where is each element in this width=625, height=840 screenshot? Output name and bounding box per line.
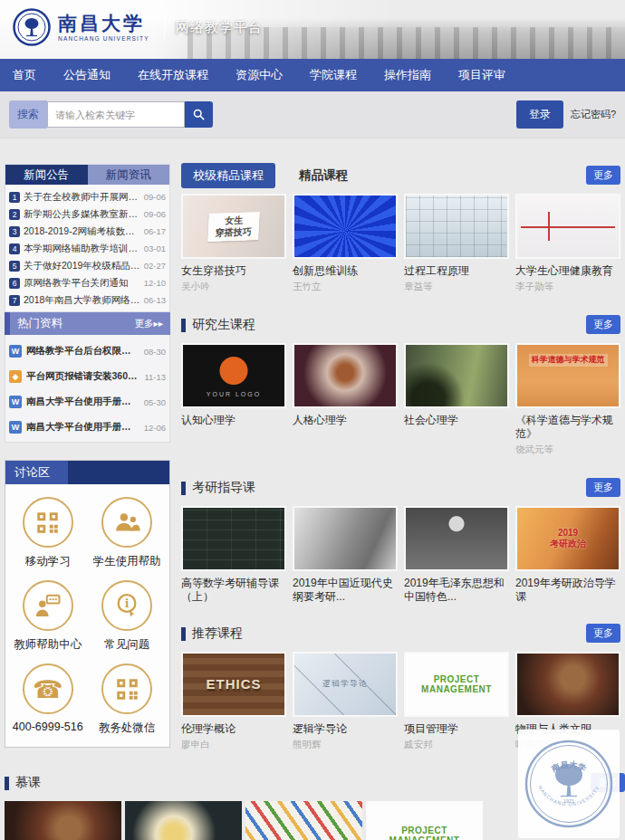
course-title[interactable]: 高等数学考研辅导课（上） <box>181 577 286 604</box>
news-item[interactable]: 7 2018年南昌大学教师网络辅助.. 06-13 <box>9 291 166 309</box>
discussion-item[interactable]: ☎ 400-6999-516 <box>9 663 87 736</box>
forgot-password-link[interactable]: 忘记密码? <box>571 108 616 121</box>
course-card[interactable]: 2019 考研政治 2019年考研政治导学课 <box>515 506 620 611</box>
discussion-item[interactable]: 教务处微信 <box>89 663 167 736</box>
logo-row: 南昌大学 NANCHANG UNIVERSITY 网络教学平台 <box>13 8 263 46</box>
course-thumbnail <box>404 343 509 408</box>
course-title[interactable]: 创新思维训练 <box>293 264 398 278</box>
nav-item[interactable]: 操作指南 <box>384 67 431 83</box>
login-button[interactable]: 登录 <box>516 100 563 129</box>
tab-news-announcements[interactable]: 新闻公告 <box>5 165 88 185</box>
news-index-badge: 2 <box>9 209 20 220</box>
hot-material-item[interactable]: W 南昌大学平台使用手册（学生） 12-06 <box>9 415 166 440</box>
nav-item[interactable]: 首页 <box>13 67 36 83</box>
course-card[interactable]: 女生 穿搭技巧 女生穿搭技巧 吴小吟 <box>181 194 286 293</box>
nav-item[interactable]: 项目评审 <box>458 67 505 83</box>
course-instructor <box>404 430 509 434</box>
hot-material-title: 南昌大学平台使用手册（教师） <box>26 396 139 408</box>
course-card[interactable]: 高等数学考研辅导课（上） <box>181 506 286 611</box>
news-item[interactable]: 1 关于在全校教师中开展网络辅助.. 09-06 <box>9 188 166 205</box>
course-card[interactable]: PROJECT MANAGEMENT 项目管理学 戚安邦 <box>404 652 509 751</box>
thumbnail-text: 科学道德与学术规范 <box>529 354 608 366</box>
news-item[interactable]: 2 新学期公共多媒体教室新设备使.. 09-06 <box>9 205 166 223</box>
course-title[interactable]: 认知心理学 <box>181 414 286 427</box>
course-card[interactable]: PROJECT MANAGEMENT 项目管理学 戚安邦 <box>366 801 483 840</box>
nav-item[interactable]: 在线开放课程 <box>138 67 208 83</box>
course-title[interactable]: 2019年中国近现代史纲要考研... <box>293 577 398 604</box>
hot-material-item[interactable]: ◆ 平台网页报错请安装360极速浏.. 11-13 <box>9 364 166 389</box>
course-card[interactable]: ETHICS 伦理学概论 廖申白 <box>181 652 286 751</box>
phone-icon: ☎ <box>23 663 73 714</box>
graduate-more-button[interactable]: 更多 <box>586 315 620 334</box>
course-thumbnail: 逻辑学导论 <box>293 652 398 717</box>
course-title[interactable]: 大学生心理健康教育 <box>515 264 620 278</box>
tab-news-info[interactable]: 新闻资讯 <box>88 165 170 185</box>
course-title[interactable]: 人格心理学 <box>293 414 398 427</box>
mooc-title: 慕课 <box>15 775 41 791</box>
discussion-item[interactable]: 移动学习 <box>9 497 87 569</box>
course-card[interactable]: 大学生心理健康教育 李子勋等 <box>515 194 620 293</box>
course-card[interactable]: 逻辑学导论 逻辑学导论 熊明辉 <box>293 652 398 751</box>
discussion-label: 教师帮助中心 <box>14 637 82 653</box>
course-title[interactable]: 《科学道德与学术规范》 <box>515 414 620 441</box>
news-item[interactable]: 6 原网络教学平台关闭通知 12-10 <box>9 274 166 291</box>
course-title[interactable]: 伦理学概论 <box>181 722 286 736</box>
nav-item[interactable]: 公告通知 <box>63 67 111 83</box>
hot-material-item[interactable]: W 南昌大学平台使用手册（教师） 05-30 <box>9 389 166 415</box>
course-card[interactable]: 2019年中国近现代史纲要考研... <box>293 506 398 611</box>
course-card[interactable]: 科学道德与学术规范 《科学道德与学术规范》 饶武元等 <box>515 343 620 456</box>
discussion-item[interactable]: 学生使用帮助 <box>89 497 167 569</box>
course-title[interactable]: 2019年毛泽东思想和中国特色... <box>404 577 509 604</box>
search-label: 搜索 <box>9 100 47 129</box>
login-group: 登录 忘记密码? <box>516 100 616 129</box>
course-title[interactable]: 2019年考研政治导学课 <box>515 577 620 604</box>
course-thumbnail: 女生 穿搭技巧 <box>181 194 286 259</box>
search-input[interactable] <box>47 101 185 128</box>
featured-more-button[interactable]: 更多 <box>586 166 620 185</box>
people-icon <box>101 497 152 548</box>
course-thumbnail <box>404 194 509 259</box>
news-item[interactable]: 3 2018-2019-2网辅考核数据截止.. 06-17 <box>9 223 166 240</box>
course-instructor: 章益等 <box>404 281 509 293</box>
graduate-header: 研究生课程 <box>181 313 620 337</box>
hot-material-item[interactable]: W 网络教学平台后台权限开通申请.. 08-30 <box>9 339 166 364</box>
news-list: 1 关于在全校教师中开展网络辅助.. 09-06 2 新学期公共多媒体教室新设备… <box>5 185 169 311</box>
news-title: 原网络教学平台关闭通知 <box>24 277 140 290</box>
tab-quality-courses[interactable]: 精品课程 <box>299 167 348 184</box>
recommend-more-button[interactable]: 更多 <box>586 624 620 643</box>
nav-item[interactable]: 资源中心 <box>236 67 283 83</box>
course-card[interactable]: YOUR LOGO 认知心理学 <box>181 343 286 456</box>
course-card[interactable]: 物理与人类文明 叶高翔等 <box>5 801 121 840</box>
platform-title: 网络教学平台 <box>176 19 263 36</box>
course-instructor: 吴小吟 <box>181 281 286 293</box>
file-icon: ◆ <box>9 370 22 383</box>
hot-more-link[interactable]: 更多▸▸ <box>134 318 163 330</box>
discussion-item[interactable]: i 常见问题 <box>89 580 167 653</box>
discussion-item[interactable]: 教师帮助中心 <box>9 580 87 653</box>
course-card[interactable]: 创新思维训练 王竹立 <box>293 194 398 293</box>
course-title[interactable]: 过程工程原理 <box>404 264 509 278</box>
discussion-label: 常见问题 <box>104 637 149 653</box>
course-title[interactable]: 社会心理学 <box>404 414 509 427</box>
news-date: 09-06 <box>144 192 166 202</box>
svg-text:i: i <box>125 597 130 610</box>
news-index-badge: 6 <box>9 278 20 289</box>
nav-item[interactable]: 学院课程 <box>310 67 357 83</box>
search-button[interactable] <box>185 101 213 128</box>
course-card[interactable]: 学术基本要素：专业论文写作 <box>245 801 362 840</box>
course-card[interactable]: 社会心理学 <box>404 343 509 456</box>
course-card[interactable]: 2019年毛泽东思想和中国特色... <box>404 506 509 611</box>
news-item[interactable]: 4 本学期网络辅助教学培训的通知 03-01 <box>9 240 166 257</box>
news-item[interactable]: 5 关于做好2019年校级精品在线.. 02-27 <box>9 257 166 274</box>
kaoyan-more-button[interactable]: 更多 <box>586 478 620 497</box>
course-card[interactable]: 前进中的物理学与人类文明 尹澜 <box>125 801 242 840</box>
news-date: 06-17 <box>144 226 166 236</box>
course-title[interactable]: 女生穿搭技巧 <box>181 264 286 278</box>
course-title[interactable]: 项目管理学 <box>404 722 509 736</box>
tab-school-featured[interactable]: 校级精品课程 <box>181 163 275 188</box>
course-title[interactable]: 逻辑学导论 <box>293 722 398 736</box>
thumbnail-text: PROJECT MANAGEMENT <box>389 826 460 840</box>
course-card[interactable]: 过程工程原理 章益等 <box>404 194 509 293</box>
hot-materials-header: 热门资料 更多▸▸ <box>5 312 170 335</box>
course-card[interactable]: 人格心理学 <box>293 343 398 456</box>
